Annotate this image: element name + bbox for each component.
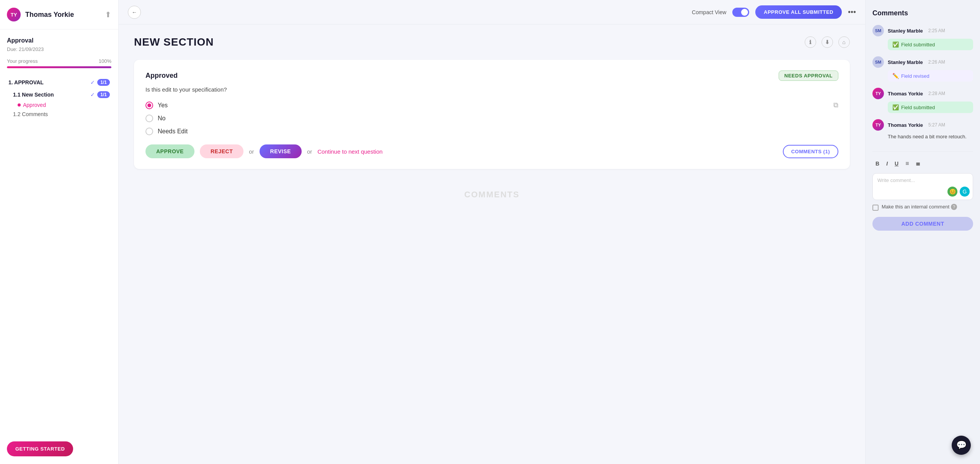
radio-needs-edit-circle <box>145 128 153 135</box>
approve-button[interactable]: APPROVE <box>145 144 194 158</box>
progress-row: Your progress 100% <box>7 58 111 64</box>
comment-avatar-1: SM <box>872 25 884 36</box>
back-button[interactable]: ← <box>128 6 141 19</box>
right-panel: Comments SM Stanley Marble 2:25 AM ✅ Fie… <box>865 0 980 464</box>
progress-pct: 100% <box>99 58 111 64</box>
radio-no-circle <box>145 115 153 122</box>
radio-yes-label: Yes <box>158 102 168 109</box>
main-area: ← Compact View APPROVE ALL SUBMITTED •••… <box>119 0 865 464</box>
nav-approval-count: 1/1 <box>97 79 110 86</box>
comment-text-4: The hands need a bit more retouch. <box>888 133 973 141</box>
sidebar: TY Thomas Yorkie ⬆ Approval Due: 21/09/2… <box>0 0 119 464</box>
comment-bubble-1: ✅ Field submitted <box>888 39 973 50</box>
nav-item-new-section[interactable]: 1.1 New Section ✓ 1/1 <box>7 89 111 100</box>
nav-approval-check: ✓ <box>90 79 95 85</box>
comment-name-4: Thomas Yorkie <box>888 122 923 128</box>
comments-button[interactable]: COMMENTS (1) <box>783 145 838 158</box>
compact-view-label: Compact View <box>692 9 726 15</box>
sidebar-content: Approval Due: 21/09/2023 Your progress 1… <box>0 30 118 434</box>
italic-button[interactable]: I <box>885 160 889 167</box>
radio-no-label: No <box>158 115 165 122</box>
getting-started-button[interactable]: GETTING STARTED <box>7 441 73 456</box>
nav-item-comments[interactable]: 1.2 Comments <box>7 110 111 119</box>
check-circle-icon-3: ✅ <box>892 104 899 110</box>
nav-new-section-label: 1.1 New Section <box>13 92 54 98</box>
internal-comment-row: Make this an internal comment ? <box>872 204 973 211</box>
comment-bubble-3: ✅ Field submitted <box>888 102 973 113</box>
nav-approved-dot[interactable]: Approved <box>7 100 111 110</box>
radio-yes-circle <box>145 102 153 109</box>
progress-bar-fill <box>7 66 111 68</box>
comment-time-1: 2:25 AM <box>928 28 945 33</box>
download-icon[interactable]: ⬇ <box>822 36 833 48</box>
radio-option-needs-edit[interactable]: Needs Edit <box>145 128 838 135</box>
info-icon[interactable]: ℹ <box>805 36 816 48</box>
due-date: Due: 21/09/2023 <box>7 46 111 52</box>
add-comment-button[interactable]: ADD COMMENT <box>872 217 973 231</box>
sidebar-footer: GETTING STARTED <box>0 434 118 464</box>
compact-view-toggle[interactable] <box>732 8 749 17</box>
comment-time-4: 5:27 AM <box>928 122 945 128</box>
main-scroll-area: NEW SECTION ℹ ⬇ ⌂ Approved NEEDS APPROVA… <box>119 25 865 464</box>
radio-needs-edit-label: Needs Edit <box>158 128 188 135</box>
nav-approved-label: Approved <box>23 102 46 108</box>
chat-bubble-button[interactable]: 💬 <box>952 436 971 455</box>
comments-section-heading: COMMENTS <box>134 178 850 203</box>
question-text: Is this edit to your specification? <box>145 86 838 93</box>
internal-comment-checkbox[interactable] <box>872 205 879 211</box>
comment-avatar-2: SM <box>872 56 884 68</box>
comment-time-3: 2:28 AM <box>928 91 945 96</box>
internal-comment-label: Make this an internal comment <box>882 204 949 210</box>
comment-input-placeholder: Write comment... <box>877 177 968 183</box>
copy-icon[interactable]: ⧉ <box>833 101 838 109</box>
question-card: Approved NEEDS APPROVAL Is this edit to … <box>134 60 850 169</box>
nav-new-section-count: 1/1 <box>97 91 110 98</box>
comment-name-2: Stanley Marble <box>888 59 923 65</box>
comment-bubble-2: ✏️ Field revised <box>888 70 973 82</box>
unordered-list-button[interactable]: ≡ <box>904 159 910 168</box>
sidebar-username: Thomas Yorkie <box>25 11 74 19</box>
nav-approval-label: 1. APPROVAL <box>8 79 44 85</box>
toggle-knob <box>741 9 748 16</box>
ordered-list-button[interactable]: ≣ <box>914 160 922 167</box>
question-label: Approved <box>145 72 178 80</box>
comment-name-1: Stanley Marble <box>888 28 923 34</box>
action-row: APPROVE REJECT or REVISE or Continue to … <box>145 144 838 158</box>
approve-all-button[interactable]: APPROVE ALL SUBMITTED <box>755 5 842 19</box>
needs-approval-badge: NEEDS APPROVAL <box>779 71 838 81</box>
comment-item-2: SM Stanley Marble 2:26 AM ✏️ Field revis… <box>872 56 973 82</box>
radio-group: Yes ⧉ No Needs Edit <box>145 101 838 135</box>
nav-item-approval[interactable]: 1. APPROVAL ✓ 1/1 <box>7 76 111 89</box>
pencil-icon-2: ✏️ <box>892 73 899 79</box>
comment-avatar-4: TY <box>872 119 884 131</box>
sidebar-header: TY Thomas Yorkie ⬆ <box>0 0 118 30</box>
comment-time-2: 2:26 AM <box>928 59 945 65</box>
approval-label: Approval <box>7 37 111 44</box>
revise-button[interactable]: REVISE <box>260 144 302 158</box>
user-avatar: TY <box>7 8 21 21</box>
radio-option-yes[interactable]: Yes ⧉ <box>145 101 838 109</box>
help-icon[interactable]: ? <box>951 204 957 210</box>
or-text-1: or <box>249 148 254 155</box>
continue-link[interactable]: Continue to next question <box>317 148 382 155</box>
formatting-bar: B I U ≡ ≣ <box>872 156 973 171</box>
bold-button[interactable]: B <box>874 160 881 167</box>
emoji-button[interactable]: 😊 <box>947 187 957 197</box>
radio-yes-dot <box>147 103 151 107</box>
ai-button[interactable]: G <box>960 187 970 197</box>
progress-label: Your progress <box>7 58 38 64</box>
underline-button[interactable]: U <box>893 160 900 167</box>
progress-bar-track <box>7 66 111 68</box>
upload-icon[interactable]: ⬆ <box>105 10 111 19</box>
radio-option-no[interactable]: No <box>145 115 838 122</box>
home-icon[interactable]: ⌂ <box>838 36 850 48</box>
or-text-2: or <box>307 148 312 155</box>
comment-item-3: TY Thomas Yorkie 2:28 AM ✅ Field submitt… <box>872 88 973 113</box>
comment-divider <box>872 151 973 152</box>
more-options-button[interactable]: ••• <box>848 8 856 16</box>
reject-button[interactable]: REJECT <box>200 144 243 158</box>
comments-panel-title: Comments <box>872 9 973 17</box>
section-title: NEW SECTION <box>134 36 214 48</box>
check-circle-icon-1: ✅ <box>892 41 899 48</box>
comment-input-area[interactable]: Write comment... 😊 G <box>872 173 973 200</box>
